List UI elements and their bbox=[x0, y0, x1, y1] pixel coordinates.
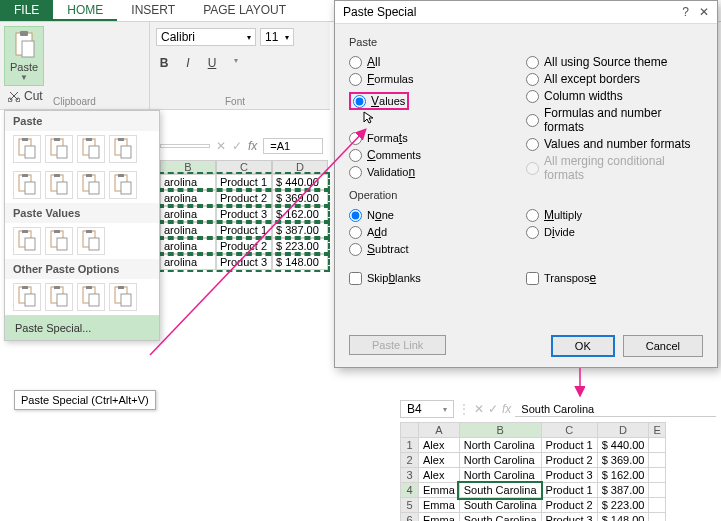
radio-validation[interactable]: Validation bbox=[349, 165, 526, 179]
chevron-down-icon[interactable]: ▼ bbox=[5, 73, 43, 82]
name-box[interactable] bbox=[160, 144, 210, 148]
cell[interactable]: Alex bbox=[419, 438, 460, 453]
paste-option-icon[interactable] bbox=[109, 171, 137, 199]
paste-option-icon[interactable] bbox=[13, 283, 41, 311]
paste-option-icon[interactable] bbox=[109, 283, 137, 311]
row-header[interactable]: 2 bbox=[401, 453, 419, 468]
radio-borders[interactable]: All except borders bbox=[526, 72, 703, 86]
cell[interactable]: $ 440.00 bbox=[597, 438, 649, 453]
radio-formulas[interactable]: Formulas bbox=[349, 72, 526, 86]
tab-insert[interactable]: INSERT bbox=[117, 0, 189, 21]
check-transpose[interactable]: Transpose bbox=[526, 271, 703, 285]
radio-multiply[interactable]: Multiply bbox=[526, 208, 703, 222]
name-box-result[interactable]: B4▾ bbox=[400, 400, 454, 418]
cell[interactable]: Emma bbox=[419, 498, 460, 513]
paste-option-icon[interactable] bbox=[45, 135, 73, 163]
cell[interactable]: Product 2 bbox=[216, 190, 272, 206]
cell[interactable]: $ 162.00 bbox=[597, 468, 649, 483]
row-header[interactable]: 3 bbox=[401, 468, 419, 483]
cell[interactable]: $ 369.00 bbox=[597, 453, 649, 468]
underline-button[interactable]: U bbox=[204, 56, 220, 70]
fx-icon[interactable]: fx bbox=[248, 139, 257, 153]
paste-option-icon[interactable] bbox=[109, 135, 137, 163]
cell[interactable]: arolina bbox=[160, 174, 216, 190]
result-grid[interactable]: ABCDE 1AlexNorth CarolinaProduct 1$ 440.… bbox=[400, 422, 666, 521]
paste-special-menu-item[interactable]: Paste Special... bbox=[5, 315, 159, 340]
cell[interactable]: arolina bbox=[160, 190, 216, 206]
radio-values-num[interactable]: Values and number formats bbox=[526, 137, 703, 151]
cancel-icon[interactable]: ✕ bbox=[474, 402, 484, 416]
cell[interactable]: $ 223.00 bbox=[272, 238, 328, 254]
cell[interactable]: Product 3 bbox=[216, 254, 272, 270]
tab-file[interactable]: FILE bbox=[0, 0, 53, 21]
cell[interactable]: arolina bbox=[160, 222, 216, 238]
cell[interactable]: South Carolina bbox=[459, 483, 541, 498]
row-header[interactable]: 6 bbox=[401, 513, 419, 522]
cell[interactable]: North Carolina bbox=[459, 453, 541, 468]
paste-option-icon[interactable] bbox=[13, 135, 41, 163]
cell[interactable]: Product 1 bbox=[541, 483, 597, 498]
cell[interactable] bbox=[649, 468, 665, 483]
radio-formats[interactable]: Formats bbox=[349, 131, 526, 145]
cell[interactable]: arolina bbox=[160, 206, 216, 222]
cell[interactable]: arolina bbox=[160, 238, 216, 254]
cell[interactable]: Product 2 bbox=[216, 238, 272, 254]
cancel-button[interactable]: Cancel bbox=[623, 335, 703, 357]
cell[interactable]: Product 1 bbox=[541, 438, 597, 453]
cell[interactable]: North Carolina bbox=[459, 468, 541, 483]
cell[interactable]: $ 369.00 bbox=[272, 190, 328, 206]
radio-comments[interactable]: Comments bbox=[349, 148, 526, 162]
help-icon[interactable]: ? bbox=[682, 5, 689, 19]
cell[interactable]: $ 148.00 bbox=[597, 513, 649, 522]
paste-option-icon[interactable] bbox=[45, 227, 73, 255]
cell[interactable]: Product 2 bbox=[541, 453, 597, 468]
cell[interactable]: Alex bbox=[419, 468, 460, 483]
radio-widths[interactable]: Column widths bbox=[526, 89, 703, 103]
cell[interactable]: Product 1 bbox=[216, 174, 272, 190]
radio-values[interactable]: Values bbox=[349, 92, 409, 110]
paste-option-icon[interactable] bbox=[77, 171, 105, 199]
radio-none[interactable]: None bbox=[349, 208, 526, 222]
paste-button[interactable]: Paste ▼ bbox=[4, 26, 44, 86]
cell[interactable] bbox=[649, 498, 665, 513]
row-header[interactable]: 5 bbox=[401, 498, 419, 513]
bold-button[interactable]: B bbox=[156, 56, 172, 70]
radio-subtract[interactable]: Subtract bbox=[349, 242, 526, 256]
tab-page-layout[interactable]: PAGE LAYOUT bbox=[189, 0, 300, 21]
close-icon[interactable]: ✕ bbox=[699, 5, 709, 19]
radio-theme[interactable]: All using Source theme bbox=[526, 55, 703, 69]
check-skip-blanks[interactable]: Skip blanks bbox=[349, 271, 526, 285]
fx-icon[interactable]: fx bbox=[502, 402, 511, 416]
cell[interactable]: South Carolina bbox=[459, 513, 541, 522]
ok-button[interactable]: OK bbox=[551, 335, 615, 357]
formula-input[interactable]: =A1 bbox=[263, 138, 323, 154]
paste-option-icon[interactable] bbox=[13, 171, 41, 199]
font-size-select[interactable]: 11▾ bbox=[260, 28, 294, 46]
cell[interactable]: $ 223.00 bbox=[597, 498, 649, 513]
cell[interactable]: Product 3 bbox=[541, 513, 597, 522]
check-icon[interactable]: ✓ bbox=[488, 402, 498, 416]
cell[interactable]: Emma bbox=[419, 483, 460, 498]
formula-input-result[interactable]: South Carolina bbox=[515, 402, 716, 417]
check-icon[interactable]: ✓ bbox=[232, 139, 242, 153]
cell[interactable] bbox=[649, 483, 665, 498]
font-name-select[interactable]: Calibri▾ bbox=[156, 28, 256, 46]
radio-formulas-num[interactable]: Formulas and number formats bbox=[526, 106, 703, 134]
tab-home[interactable]: HOME bbox=[53, 0, 117, 21]
radio-all[interactable]: All bbox=[349, 55, 526, 69]
cell[interactable]: arolina bbox=[160, 254, 216, 270]
paste-option-icon[interactable] bbox=[77, 227, 105, 255]
cell[interactable]: $ 148.00 bbox=[272, 254, 328, 270]
col-header[interactable]: D bbox=[272, 160, 328, 174]
radio-divide[interactable]: Divide bbox=[526, 225, 703, 239]
col-header[interactable]: B bbox=[160, 160, 216, 174]
row-header[interactable]: 1 bbox=[401, 438, 419, 453]
cell[interactable]: $ 440.00 bbox=[272, 174, 328, 190]
paste-option-icon[interactable] bbox=[77, 135, 105, 163]
cell[interactable]: Product 2 bbox=[541, 498, 597, 513]
cell[interactable] bbox=[649, 453, 665, 468]
cell[interactable]: South Carolina bbox=[459, 498, 541, 513]
cell[interactable]: Emma bbox=[419, 513, 460, 522]
row-header[interactable]: 4 bbox=[401, 483, 419, 498]
paste-option-icon[interactable] bbox=[45, 283, 73, 311]
